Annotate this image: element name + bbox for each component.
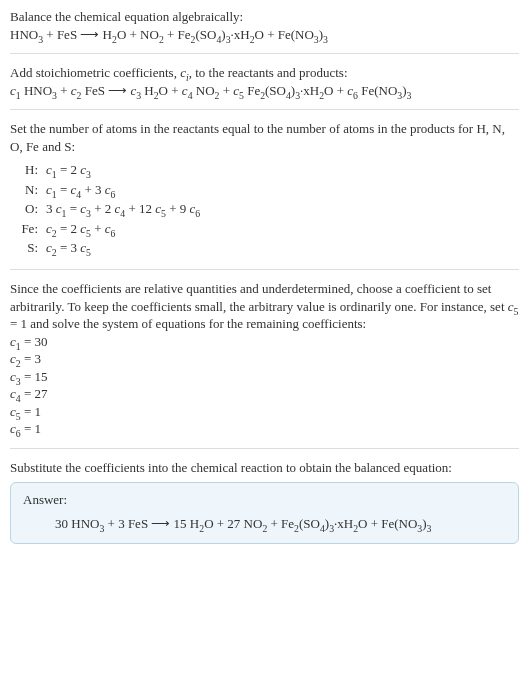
equation-cell: c2 = 2 c5 + c6 <box>46 220 206 238</box>
answer-title: Answer: <box>23 491 506 509</box>
text: = 2 <box>57 221 81 236</box>
stoich-block: Add stoichiometric coefficients, ci, to … <box>10 64 519 99</box>
eq-part: O + Fe(NO <box>255 27 314 42</box>
eq-part: HNO <box>10 27 38 42</box>
eq-part: HNO <box>21 83 52 98</box>
text: + 9 <box>166 201 190 216</box>
intro-text: Balance the chemical equation algebraica… <box>10 8 519 26</box>
eq-part: + 3 FeS ⟶ 15 H <box>104 516 199 531</box>
text: Add stoichiometric coefficients, <box>10 65 180 80</box>
divider <box>10 109 519 110</box>
table-row: H: c1 = 2 c3 <box>14 161 206 179</box>
value: = 27 <box>21 386 48 401</box>
divider <box>10 53 519 54</box>
eq-part: Fe(NO <box>358 83 397 98</box>
answer-equation: 30 HNO3 + 3 FeS ⟶ 15 H2O + 27 NO2 + Fe2(… <box>23 515 506 533</box>
table-row: O: 3 c1 = c3 + 2 c4 + 12 c5 + 9 c6 <box>14 200 206 218</box>
text: Since the coefficients are relative quan… <box>10 281 508 314</box>
eq-part: (SO <box>195 27 216 42</box>
element-label: N: <box>14 181 44 199</box>
text: + 12 <box>125 201 155 216</box>
equation-cell: c1 = 2 c3 <box>46 161 206 179</box>
eq-part: O + <box>159 83 182 98</box>
eq-part: O + NO <box>117 27 159 42</box>
solve-intro: Since the coefficients are relative quan… <box>10 280 519 333</box>
eq-part: ·xH <box>334 516 353 531</box>
table-row: N: c1 = c4 + 3 c6 <box>14 181 206 199</box>
text: = 1 and solve the system of equations fo… <box>10 316 366 331</box>
eq-part: ·xH <box>231 27 250 42</box>
text: + 3 <box>81 182 105 197</box>
value: = 1 <box>21 421 41 436</box>
divider <box>10 448 519 449</box>
value: = 3 <box>21 351 41 366</box>
list-item: c1 = 30 <box>10 333 519 351</box>
table-row: S: c2 = 3 c5 <box>14 239 206 257</box>
sub: 6 <box>195 208 200 219</box>
eq-part: O + Fe(NO <box>358 516 417 531</box>
eq-part: + FeS ⟶ H <box>43 27 112 42</box>
stoich-equation: c1 HNO3 + c2 FeS ⟶ c3 H2O + c4 NO2 + c5 … <box>10 82 519 100</box>
eq-part: (SO <box>299 516 320 531</box>
eq-part: + Fe <box>164 27 191 42</box>
text: , to the reactants and products: <box>189 65 348 80</box>
atom-balance-intro: Set the number of atoms in the reactants… <box>10 120 519 155</box>
sub: 6 <box>111 188 116 199</box>
coefficient-list: c1 = 30 c2 = 3 c3 = 15 c4 = 27 c5 = 1 c6… <box>10 333 519 438</box>
substitute-text: Substitute the coefficients into the che… <box>10 459 519 477</box>
stoich-intro: Add stoichiometric coefficients, ci, to … <box>10 64 519 82</box>
intro-block: Balance the chemical equation algebraica… <box>10 8 519 43</box>
list-item: c2 = 3 <box>10 350 519 368</box>
text: = <box>57 182 71 197</box>
eq-part: H <box>141 83 154 98</box>
intro-equation: HNO3 + FeS ⟶ H2O + NO2 + Fe2(SO4)3·xH2O … <box>10 26 519 44</box>
element-label: S: <box>14 239 44 257</box>
list-item: c3 = 15 <box>10 368 519 386</box>
eq-part: NO <box>193 83 215 98</box>
value: = 30 <box>21 334 48 349</box>
text: = 2 <box>57 162 81 177</box>
atom-balance-table: H: c1 = 2 c3 N: c1 = c4 + 3 c6 O: 3 c1 =… <box>12 159 208 259</box>
eq-part: O + <box>324 83 347 98</box>
eq-part: O + 27 NO <box>204 516 262 531</box>
eq-part: + Fe <box>267 516 294 531</box>
value: = 1 <box>21 404 41 419</box>
eq-part: 30 HNO <box>55 516 99 531</box>
sub: 3 <box>407 89 412 100</box>
text: 3 <box>46 201 56 216</box>
eq-part: FeS ⟶ <box>81 83 130 98</box>
equation-cell: c1 = c4 + 3 c6 <box>46 181 206 199</box>
divider <box>10 269 519 270</box>
text: + <box>91 221 105 236</box>
substitute-block: Substitute the coefficients into the che… <box>10 459 519 544</box>
list-item: c4 = 27 <box>10 385 519 403</box>
text: = <box>66 201 80 216</box>
text: = 3 <box>57 240 81 255</box>
eq-part: + <box>57 83 71 98</box>
element-label: H: <box>14 161 44 179</box>
atom-balance-block: Set the number of atoms in the reactants… <box>10 120 519 259</box>
eq-part: (SO <box>265 83 286 98</box>
element-label: O: <box>14 200 44 218</box>
sub: 3 <box>427 523 432 534</box>
equation-cell: 3 c1 = c3 + 2 c4 + 12 c5 + 9 c6 <box>46 200 206 218</box>
eq-part: Fe <box>244 83 260 98</box>
list-item: c6 = 1 <box>10 420 519 438</box>
solve-block: Since the coefficients are relative quan… <box>10 280 519 438</box>
element-label: Fe: <box>14 220 44 238</box>
text: + 2 <box>91 201 115 216</box>
table-row: Fe: c2 = 2 c5 + c6 <box>14 220 206 238</box>
eq-part: + <box>219 83 233 98</box>
sub: 6 <box>111 228 116 239</box>
sub: 3 <box>323 33 328 44</box>
list-item: c5 = 1 <box>10 403 519 421</box>
answer-box: Answer: 30 HNO3 + 3 FeS ⟶ 15 H2O + 27 NO… <box>10 482 519 543</box>
value: = 15 <box>21 369 48 384</box>
equation-cell: c2 = 3 c5 <box>46 239 206 257</box>
eq-part: ·xH <box>300 83 319 98</box>
sub: 5 <box>514 305 519 316</box>
sub: 5 <box>86 247 91 258</box>
sub: 3 <box>86 169 91 180</box>
